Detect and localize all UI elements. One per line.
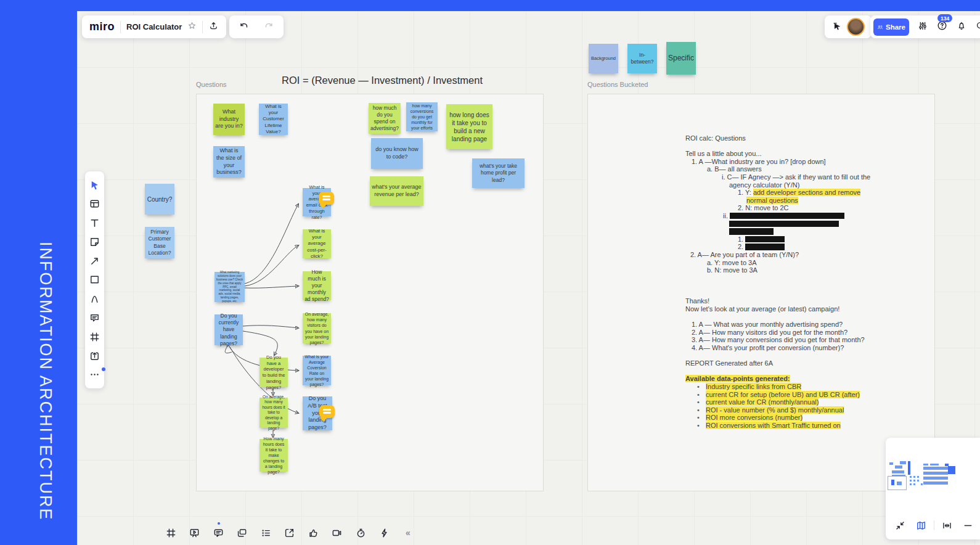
- search-icon[interactable]: [975, 20, 980, 34]
- miro-logo[interactable]: miro: [89, 20, 115, 33]
- redacted-text: [729, 228, 774, 235]
- sticky-note-customer-location[interactable]: Primary Customer Base Location?: [145, 227, 174, 258]
- user-avatar[interactable]: [847, 18, 865, 36]
- export-button[interactable]: [281, 525, 298, 541]
- sticky-note-industry[interactable]: What industry are you in?: [213, 104, 245, 135]
- comment-tool[interactable]: [86, 310, 104, 326]
- text-tool[interactable]: [86, 215, 104, 231]
- sticky-note-conversions-monthly[interactable]: how many conversions do you get monthly …: [406, 102, 438, 131]
- zoom-out-button[interactable]: [960, 517, 976, 533]
- activity-button[interactable]: [376, 525, 393, 541]
- notifications-bell-icon[interactable]: [956, 20, 967, 34]
- cards-button[interactable]: [234, 525, 251, 541]
- zoom-out-icon: [962, 520, 974, 531]
- undo-button[interactable]: [239, 20, 250, 34]
- settings-sliders-icon[interactable]: [917, 20, 928, 34]
- sticky-note-marketing-solutions[interactable]: What marketing solutions does your busin…: [214, 272, 245, 302]
- doc-line: •ROI conversions with Smart Traffic turn…: [685, 422, 876, 430]
- export-icon: [284, 527, 295, 539]
- map-mode-button[interactable]: [913, 517, 929, 533]
- reactions-icon: [308, 527, 319, 539]
- comment-badge-icon[interactable]: [319, 405, 335, 418]
- doc-line: 1.: [685, 236, 876, 244]
- sticky-note-ad-spend[interactable]: how much do you spend on advertising?: [369, 103, 401, 134]
- more-icon: [89, 369, 100, 380]
- sticky-note-bucket-background[interactable]: Background: [589, 44, 618, 73]
- sticky-note-have-landing-pages[interactable]: Do you currently have landing pages?: [214, 314, 243, 345]
- divider: [934, 520, 934, 530]
- frame-questions-bucketed-label[interactable]: Questions Bucketed: [587, 81, 648, 88]
- frame-tool[interactable]: [86, 329, 104, 345]
- video-chat-button[interactable]: [329, 525, 346, 541]
- doc-line: 2.: [685, 243, 876, 251]
- comments-panel-button[interactable]: [210, 525, 227, 541]
- collapse-minimap-button[interactable]: [892, 517, 908, 533]
- doc-line: 2. A— Are you part of a team (Y/N)?: [685, 251, 876, 259]
- sticky-note-dev-hours[interactable]: On average, how many hours does it take …: [259, 398, 288, 428]
- templates-tool[interactable]: [86, 196, 104, 212]
- doc-line: a. Y: move to 3A: [685, 259, 876, 267]
- roi-formula-text[interactable]: ROI = (Revenue — Investment) / Investmen…: [282, 75, 483, 86]
- redacted-text: [729, 221, 839, 227]
- upload-tool[interactable]: [86, 348, 104, 364]
- redo-button[interactable]: [263, 20, 274, 34]
- questions-doc-text[interactable]: ROI calc: QuestionsTell us a little abou…: [685, 134, 876, 430]
- star-icon[interactable]: [187, 21, 197, 33]
- collaboration-bar: Share: [870, 15, 980, 38]
- fit-to-screen-button[interactable]: [939, 517, 955, 533]
- board-objects-button[interactable]: [257, 525, 274, 541]
- sticky-note-cpc[interactable]: What is your average cost-per-click?: [303, 229, 331, 258]
- sticky-note-revenue-per-lead[interactable]: what's your average revenue per lead?: [370, 176, 423, 206]
- doc-line: 1. Y: add developer sections and remove: [685, 189, 876, 197]
- pen-tool[interactable]: [86, 291, 104, 307]
- sticky-note-biz-size[interactable]: What is the size of your business?: [213, 146, 245, 178]
- timer-button[interactable]: [352, 525, 369, 541]
- sticky-note-change-hours[interactable]: How many hours does it take to make chan…: [259, 439, 288, 472]
- collapse-minimap-icon: [894, 520, 906, 531]
- sticky-note-tool[interactable]: [86, 234, 104, 250]
- sticky-note-clv[interactable]: What is your Customer Lifetime Value?: [259, 104, 288, 135]
- sticky-note-visitors[interactable]: On average, how many visitors do you hav…: [303, 313, 331, 343]
- doc-line: 2. N: move to 2C: [685, 204, 876, 212]
- minimap[interactable]: [886, 438, 980, 517]
- redacted-text: [745, 244, 785, 250]
- sticky-note-conversion-rate[interactable]: What is your Average Coversion Rate on y…: [303, 356, 331, 385]
- collapse-toolbar-button[interactable]: «: [399, 525, 417, 541]
- minimap-viewport[interactable]: [888, 476, 907, 490]
- sticky-note-bucket-specific[interactable]: Specific: [666, 42, 696, 75]
- export-board-icon[interactable]: [208, 20, 219, 33]
- timer-icon: [355, 527, 367, 539]
- sticky-note-bucket-inbetween[interactable]: In-between?: [627, 44, 657, 73]
- follow-cursor-icon[interactable]: [831, 20, 843, 34]
- doc-line: [685, 227, 876, 236]
- pen-icon: [89, 293, 100, 305]
- more-tools[interactable]: [86, 367, 104, 383]
- comment-icon: [89, 312, 100, 324]
- sticky-note-build-time[interactable]: how long does it take you to build a new…: [446, 104, 492, 149]
- frame-questions[interactable]: [196, 94, 544, 491]
- doc-line: 4. A— What's your profit per conversion …: [685, 344, 876, 352]
- doc-line: 1. A —What industry are you in? [drop do…: [685, 158, 876, 166]
- select-icon: [89, 179, 100, 191]
- sticky-note-monthly-ad-spend[interactable]: How much is your monthly ad spend?: [303, 271, 331, 300]
- sticky-note-profit-per-lead[interactable]: what's your take home profit per lead?: [472, 158, 525, 188]
- frame-questions-label[interactable]: Questions: [196, 81, 227, 88]
- sticky-note-country[interactable]: Country?: [145, 184, 174, 215]
- presentation-button[interactable]: [186, 525, 203, 541]
- sticky-note-code[interactable]: do you know how to code?: [371, 138, 423, 169]
- doc-line: [685, 274, 876, 282]
- comment-badge-icon[interactable]: [319, 192, 334, 205]
- frames-panel-button[interactable]: [162, 525, 179, 541]
- board-title-bar: miro ROI Calculator: [82, 15, 226, 38]
- shape-tool[interactable]: [86, 272, 104, 288]
- board-objects-icon: [260, 527, 272, 539]
- share-button[interactable]: Share: [873, 18, 909, 36]
- reactions-button[interactable]: [304, 525, 322, 541]
- arrow-tool[interactable]: [86, 253, 104, 269]
- sticky-note-developer[interactable]: Do you have a developer to build the lan…: [259, 358, 288, 387]
- doc-line: [685, 352, 876, 360]
- board-canvas[interactable]: Questions Questions Bucketed ROI = (Reve…: [77, 11, 980, 545]
- doc-line: b. N: move to 3A: [685, 266, 876, 274]
- select-tool[interactable]: [86, 177, 104, 193]
- board-title[interactable]: ROI Calculator: [126, 22, 182, 31]
